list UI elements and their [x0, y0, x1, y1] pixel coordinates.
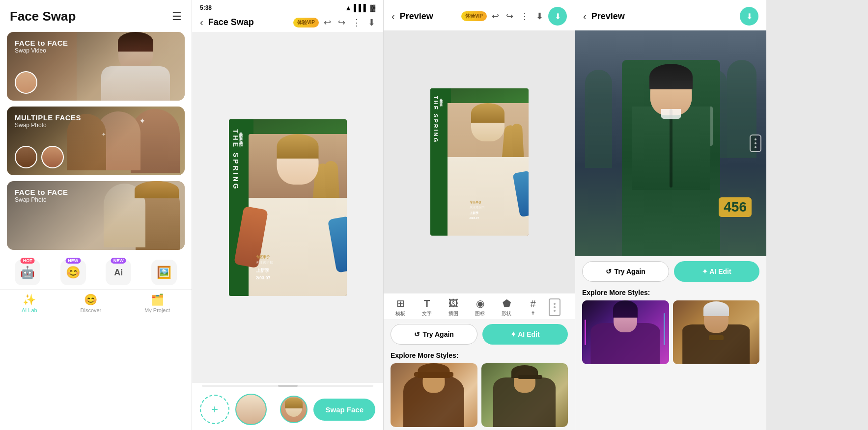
explore-thumb-vintage-man[interactable]	[481, 363, 568, 427]
card1-sub-label: Swap Video	[15, 47, 68, 54]
more-icon[interactable]: ⋮	[352, 17, 361, 28]
undo-icon[interactable]: ↩	[324, 17, 331, 28]
tool-item-face1[interactable]: NEW 😊	[60, 260, 86, 285]
card2-sub-label: Swap Photo	[15, 122, 81, 129]
vip-badge[interactable]: 体验VIP	[293, 18, 319, 27]
back-button[interactable]: ‹	[200, 17, 203, 28]
split-dot3	[554, 310, 556, 312]
hot-badge: HOT	[21, 258, 35, 264]
target-face-thumb[interactable]	[280, 396, 308, 423]
new-badge2: NEW	[111, 258, 126, 264]
panel4-back-button[interactable]: ‹	[583, 11, 587, 22]
preview-canvas: 春季限时上新 THE SPRING 专区半价 关注透折扣	[384, 30, 575, 293]
preview-back-button[interactable]: ‹	[392, 11, 395, 22]
add-face-button[interactable]: +	[200, 395, 229, 424]
tool-icon-label: 图标	[475, 310, 485, 317]
panel4-ai-edit-button[interactable]: ✦ AI Edit	[674, 261, 760, 282]
tool-template[interactable]: ⊞ 模板	[388, 297, 413, 317]
preview-header-icons: ↩ ↪ ⋮ ⬇	[492, 11, 543, 22]
app-header: Face Swap ☰	[0, 0, 192, 29]
illustration-icon: 🖼	[448, 298, 458, 309]
nav-ai-lab[interactable]: ✨ AI Lab	[22, 294, 37, 313]
hamburger-menu-icon[interactable]: ☰	[172, 10, 182, 23]
panel-preview-edit: ‹ Preview 体验VIP ↩ ↪ ⋮ ⬇ ⬇ 春季限时上新 THE SPR…	[383, 0, 575, 430]
ai-edit-label: ✦ AI Edit	[510, 330, 540, 338]
project-icon: 🗂️	[151, 294, 164, 306]
panel4-try-again-icon: ↺	[606, 268, 612, 275]
card1-avatar	[15, 71, 37, 94]
sparkle-icon: ✦	[139, 116, 145, 126]
panel4-header: ‹ Preview ⬇	[575, 0, 766, 30]
source-face-thumb[interactable]	[235, 394, 267, 425]
card3-sub-label: Swap Photo	[15, 196, 68, 203]
text-icon: T	[424, 298, 430, 309]
tool-icon[interactable]: ◉ 图标	[467, 297, 493, 317]
preview-undo-icon[interactable]: ↩	[492, 11, 499, 22]
preview-poster-text: 春季限时上新 THE SPRING	[433, 96, 443, 143]
feature-card-multiple[interactable]: MULTIPLE FACES Swap Photo ✦ ✦	[7, 107, 185, 175]
feature-card-video[interactable]: FACE to FACE Swap Video	[7, 32, 185, 101]
squid-game-image: 456	[575, 30, 766, 256]
vintage-woman-image	[391, 363, 477, 427]
preview-redo-icon[interactable]: ↪	[506, 11, 513, 22]
scroll-indicator	[202, 385, 373, 387]
tool-template-label: 模板	[395, 310, 405, 317]
panel4-try-again-label: Try Again	[615, 268, 645, 275]
split-handle[interactable]	[549, 298, 560, 316]
panel4-try-again-button[interactable]: ↺ Try Again	[582, 261, 669, 282]
explore-grid	[391, 363, 568, 427]
panel4-ai-edit-label: ✦ AI Edit	[702, 268, 731, 275]
status-time: 5:38	[200, 4, 212, 11]
hash-icon: #	[530, 298, 535, 310]
app-title: Face Swap	[10, 9, 76, 24]
nav-discover-label: Discover	[81, 307, 102, 313]
try-again-label: Try Again	[423, 330, 454, 338]
card2-avatar1	[15, 146, 37, 168]
tool-more-label: #	[532, 311, 534, 316]
panel-main-app: Face Swap ☰ FACE to FACE Swap Video	[0, 0, 192, 430]
split-dot2	[554, 306, 556, 308]
tool-illustration[interactable]: 🖼 插图	[441, 298, 466, 317]
preview-download-icon[interactable]: ⬇	[536, 11, 543, 22]
nav-my-project[interactable]: 🗂️ My Project	[144, 294, 170, 313]
try-again-button[interactable]: ↺ Try Again	[391, 324, 477, 345]
signal-icon: ▌▌▌	[354, 4, 368, 12]
preview-title: Preview	[400, 11, 456, 22]
poster-text-vertical: 春季限时上新·全场折扣中 THE SPRING	[232, 129, 243, 191]
tool-more[interactable]: # #	[520, 298, 546, 316]
download-button-circle[interactable]: ⬇	[548, 7, 567, 26]
download-icon[interactable]: ⬇	[368, 17, 375, 28]
header-icons: ↩ ↪ ⋮ ⬇	[324, 17, 375, 28]
tool-shape[interactable]: ⬟ 形状	[494, 297, 519, 317]
tool-item-photo[interactable]: 🖼️	[151, 260, 177, 285]
action-buttons: ↺ Try Again ✦ AI Edit	[384, 319, 575, 349]
editor-canvas: 春季限时上新·全场折扣中 THE SPRING 专区半价	[192, 32, 383, 383]
redo-icon[interactable]: ↪	[338, 17, 345, 28]
discover-icon: 😊	[84, 294, 97, 306]
panel-preview-squid: ‹ Preview ⬇ 456	[575, 0, 766, 430]
card3-main-label: FACE to FACE	[15, 188, 68, 196]
nav-ai-lab-label: AI Lab	[22, 307, 37, 313]
preview-vip-badge[interactable]: 体验VIP	[461, 11, 487, 21]
panel4-download-button[interactable]: ⬇	[740, 7, 758, 26]
comparison-handle[interactable]	[750, 134, 761, 152]
tool-text[interactable]: T 文字	[414, 298, 440, 317]
explore-thumb-old-man[interactable]	[673, 300, 760, 364]
squid-number-badge: 456	[719, 197, 752, 217]
preview-poster: 春季限时上新 THE SPRING 专区半价 关注透折扣	[430, 88, 529, 236]
explore-thumb-vintage-woman[interactable]	[391, 363, 477, 427]
sparkle-icon2: ✦	[101, 131, 106, 138]
tool-item-ai-text[interactable]: NEW Ai	[106, 260, 131, 285]
preview-more-icon[interactable]: ⋮	[520, 11, 529, 22]
squid-main-person	[622, 60, 720, 256]
tools-row: HOT 🤖 NEW 😊 NEW Ai 🖼️	[0, 255, 192, 287]
feature-card-photo[interactable]: FACE to FACE Swap Photo	[7, 181, 185, 250]
tool-item-ai-robot[interactable]: HOT 🤖	[15, 260, 40, 285]
tool-illustration-label: 插图	[448, 310, 458, 317]
nav-discover[interactable]: 😊 Discover	[81, 294, 102, 313]
explore-thumb-neon[interactable]	[582, 300, 669, 364]
swap-face-button[interactable]: Swap Face	[313, 399, 375, 421]
shape-icon: ⬟	[503, 297, 511, 309]
ai-edit-button[interactable]: ✦ AI Edit	[482, 324, 568, 345]
panel4-explore-section: Explore More Styles:	[575, 287, 766, 367]
